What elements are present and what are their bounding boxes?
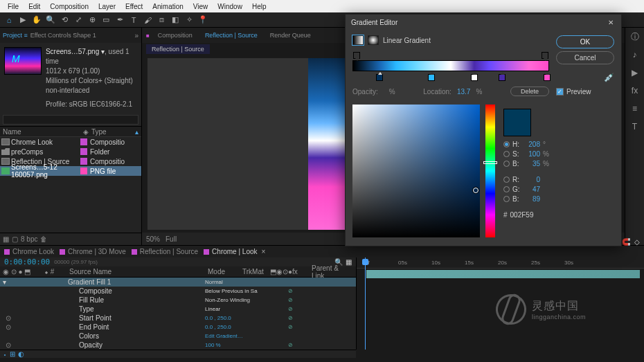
linear-gradient-button[interactable]: [352, 35, 364, 45]
sat-radio[interactable]: [503, 151, 510, 157]
color-field[interactable]: [352, 105, 480, 237]
red-radio[interactable]: [503, 177, 510, 183]
anchor-tool-icon[interactable]: ⊕: [87, 15, 97, 25]
menu-composition[interactable]: Composition: [45, 3, 93, 10]
current-timecode[interactable]: 0:00:00:00: [4, 257, 50, 266]
preview-panel-icon[interactable]: ▶: [625, 64, 644, 82]
hue-radio[interactable]: [503, 141, 510, 147]
radial-gradient-button[interactable]: [368, 35, 379, 45]
color-stop[interactable]: [499, 74, 506, 81]
mode-header[interactable]: Mode: [208, 268, 242, 275]
color-stop[interactable]: [544, 74, 551, 81]
property-row[interactable]: Composite Below Previous in Sa ⊘: [0, 287, 356, 296]
timeline-tab[interactable]: Chrome Look: [4, 248, 54, 255]
orbit-tool-icon[interactable]: ⟲: [60, 15, 69, 25]
hex-value[interactable]: 002F59: [510, 211, 534, 219]
brush-tool-icon[interactable]: 🖌: [143, 15, 152, 25]
timeline-tab[interactable]: Reflection | Source: [132, 248, 198, 255]
cancel-button[interactable]: Cancel: [556, 51, 614, 64]
timeline-tab[interactable]: Chrome | Look×: [204, 248, 265, 255]
char-panel-icon[interactable]: T: [625, 118, 644, 136]
bright-value[interactable]: 35: [524, 160, 540, 168]
timeline-tracks[interactable]: ⫷ 🧲 ◇ 0f 05s 10s 15s 20s 25s 30s: [357, 257, 644, 350]
menu-help[interactable]: Help: [247, 3, 271, 10]
render-queue-tab[interactable]: Render Queue: [266, 30, 315, 40]
eraser-tool-icon[interactable]: ◧: [170, 15, 180, 25]
pickwhip-icon[interactable]: ⊘: [288, 288, 293, 294]
opacity-stops-row[interactable]: [352, 52, 549, 60]
property-row[interactable]: Fill Rule Non-Zero Winding ⊘: [0, 296, 356, 305]
green-radio[interactable]: [503, 186, 510, 192]
sort-icon[interactable]: ▴: [135, 128, 138, 136]
source-name-header[interactable]: Source Name: [69, 268, 208, 275]
blue-radio[interactable]: [503, 196, 510, 202]
menu-edit[interactable]: Edit: [24, 3, 45, 10]
blue-value[interactable]: 89: [524, 195, 540, 203]
zoom-level[interactable]: 50%: [146, 235, 160, 243]
color-stop[interactable]: [428, 74, 435, 81]
marker-icon[interactable]: ◇: [634, 238, 640, 246]
color-stop[interactable]: [376, 74, 383, 81]
project-tab[interactable]: Project ≡: [3, 32, 28, 39]
new-folder-icon[interactable]: ▢: [12, 235, 18, 243]
delete-icon[interactable]: 🗑: [40, 235, 47, 243]
property-row[interactable]: ⊙ End Point 0.0 , 250.0 ⊘: [0, 323, 356, 332]
roto-tool-icon[interactable]: ✧: [184, 15, 194, 25]
property-row[interactable]: Colors Edit Gradient…: [0, 332, 356, 341]
opacity-stop[interactable]: [542, 52, 548, 59]
menu-window[interactable]: Window: [213, 3, 247, 10]
zoom-tool-icon[interactable]: 🔍: [46, 15, 55, 25]
composition-name[interactable]: Reflection | Source: [201, 30, 262, 40]
hue-slider[interactable]: [485, 105, 495, 237]
property-row[interactable]: ⊙ Start Point 0.0 , 250.0 ⊘: [0, 314, 356, 323]
toggle-switches-icon[interactable]: ⬩: [3, 350, 7, 358]
label-col-icon[interactable]: ◈: [83, 128, 91, 136]
project-item[interactable]: Screens…5-12 160057.png PNG file: [0, 166, 141, 176]
playhead[interactable]: [365, 257, 366, 350]
opacity-stop[interactable]: [353, 52, 360, 59]
pickwhip-icon[interactable]: ⊘: [288, 297, 293, 303]
pickwhip-icon[interactable]: ⊘: [288, 324, 293, 330]
selection-tool-icon[interactable]: ▶: [18, 15, 28, 25]
project-search-input[interactable]: [3, 115, 138, 125]
menu-layer[interactable]: Layer: [93, 3, 120, 10]
frame-blend-icon[interactable]: ◐: [18, 350, 24, 358]
effects-panel-icon[interactable]: fx: [625, 82, 644, 100]
text-tool-icon[interactable]: T: [129, 15, 138, 25]
bright-radio[interactable]: [503, 161, 510, 167]
color-stop[interactable]: [471, 74, 478, 81]
col-name-header[interactable]: Name: [3, 128, 83, 136]
property-row[interactable]: Type Linear ⊘: [0, 305, 356, 314]
timeline-tab[interactable]: Chrome | 3D Move: [60, 248, 126, 255]
col-type-header[interactable]: Type: [91, 128, 107, 136]
eyedropper-icon[interactable]: 💉: [604, 73, 614, 82]
hand-tool-icon[interactable]: ✋: [32, 15, 42, 25]
close-tab-icon[interactable]: ×: [262, 248, 266, 255]
sat-value[interactable]: 100: [524, 150, 540, 158]
new-comp-icon[interactable]: ▦: [3, 235, 9, 243]
panel-menu-icon[interactable]: »: [134, 32, 138, 39]
pickwhip-icon[interactable]: ⊘: [288, 315, 293, 321]
pickwhip-icon[interactable]: ⊘: [288, 306, 293, 312]
breadcrumb[interactable]: Reflection | Source: [146, 44, 210, 54]
delete-stop-button[interactable]: Delete: [510, 87, 549, 96]
menu-animation[interactable]: Animation: [147, 3, 188, 10]
project-item[interactable]: preComps Folder: [0, 147, 141, 156]
stamp-tool-icon[interactable]: ⧈: [156, 15, 166, 25]
menu-effect[interactable]: Effect: [120, 3, 147, 10]
bpc-toggle[interactable]: 8 bpc: [21, 235, 37, 243]
gradient-track[interactable]: [352, 60, 549, 71]
time-ruler[interactable]: 0f 05s 10s 15s 20s 25s 30s: [357, 257, 644, 269]
color-stops-row[interactable]: [352, 71, 549, 80]
label-swatch[interactable]: [80, 158, 87, 165]
home-icon[interactable]: ⌂: [4, 15, 14, 25]
close-icon[interactable]: ✕: [606, 17, 616, 27]
toggle-modes-icon[interactable]: ⊞: [10, 350, 15, 358]
snap-icon[interactable]: 🧲: [622, 238, 630, 246]
green-value[interactable]: 47: [524, 185, 540, 193]
audio-panel-icon[interactable]: ♪: [625, 46, 644, 64]
layer-duration-bar[interactable]: [366, 270, 640, 278]
project-item[interactable]: Chrome Look Compositio: [0, 137, 141, 147]
pickwhip-icon[interactable]: ⊘: [288, 342, 293, 348]
effect-controls-tab[interactable]: Effect Controls Shape 1: [30, 32, 96, 39]
